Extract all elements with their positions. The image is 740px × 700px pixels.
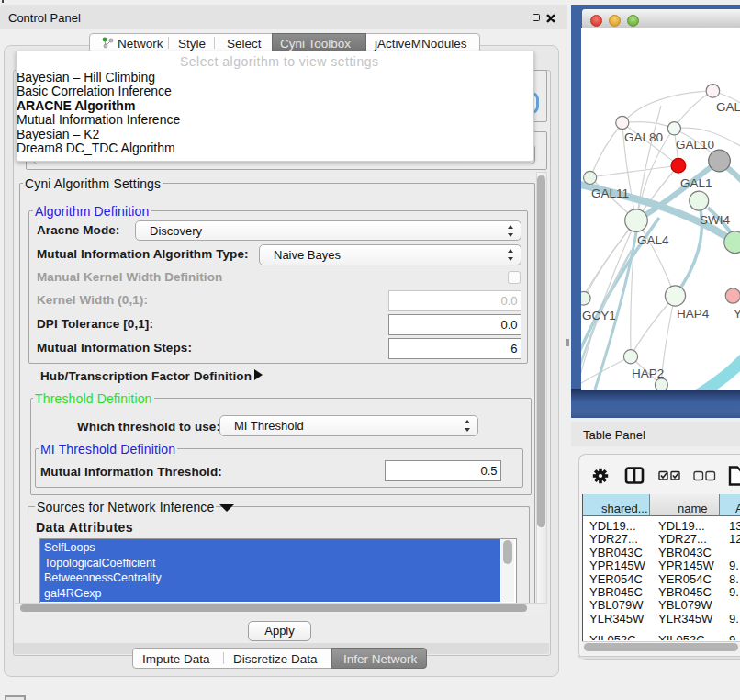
svg-text:SWI4: SWI4 bbox=[700, 213, 730, 227]
svg-text:GAL1: GAL1 bbox=[680, 176, 712, 190]
svg-text:Y: Y bbox=[734, 307, 740, 321]
svg-text:GAL7: GAL7 bbox=[716, 100, 740, 114]
svg-text:GAL10: GAL10 bbox=[676, 138, 714, 152]
svg-text:GCY1: GCY1 bbox=[582, 309, 616, 322]
svg-text:GAL11: GAL11 bbox=[591, 186, 629, 200]
svg-text:HAP2: HAP2 bbox=[632, 367, 664, 380]
svg-text:GAL4: GAL4 bbox=[637, 233, 669, 247]
svg-text:HAP4: HAP4 bbox=[677, 307, 710, 321]
svg-text:GAL80: GAL80 bbox=[624, 130, 663, 144]
